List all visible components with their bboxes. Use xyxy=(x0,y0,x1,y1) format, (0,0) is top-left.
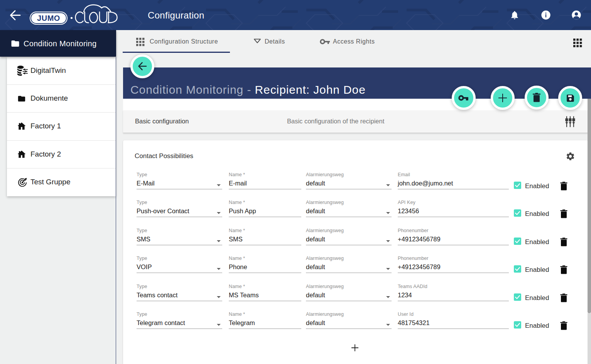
svg-text:JUMO: JUMO xyxy=(37,14,60,22)
